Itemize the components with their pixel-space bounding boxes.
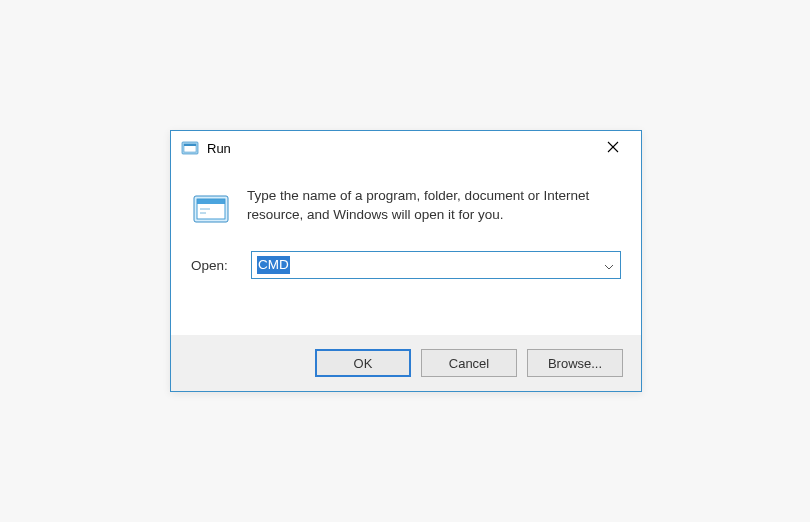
open-row: Open: CMD	[191, 251, 621, 279]
titlebar: Run	[171, 131, 641, 165]
window-title: Run	[207, 141, 231, 156]
run-title-icon	[181, 139, 199, 157]
info-text: Type the name of a program, folder, docu…	[247, 187, 621, 225]
run-dialog: Run Type the na	[170, 130, 642, 392]
svg-rect-7	[197, 199, 225, 204]
open-input-wrap: CMD	[251, 251, 621, 279]
info-row: Type the name of a program, folder, docu…	[191, 187, 621, 229]
ok-button[interactable]: OK	[315, 349, 411, 377]
close-icon	[607, 139, 619, 157]
titlebar-left: Run	[181, 139, 231, 157]
cancel-button[interactable]: Cancel	[421, 349, 517, 377]
dialog-content: Type the name of a program, folder, docu…	[171, 165, 641, 279]
browse-button[interactable]: Browse...	[527, 349, 623, 377]
run-icon	[191, 189, 231, 229]
close-button[interactable]	[591, 134, 635, 162]
svg-rect-2	[184, 144, 196, 146]
open-combobox[interactable]: CMD	[251, 251, 621, 279]
open-value: CMD	[257, 256, 290, 274]
open-label: Open:	[191, 258, 237, 273]
button-bar: OK Cancel Browse...	[171, 335, 641, 391]
